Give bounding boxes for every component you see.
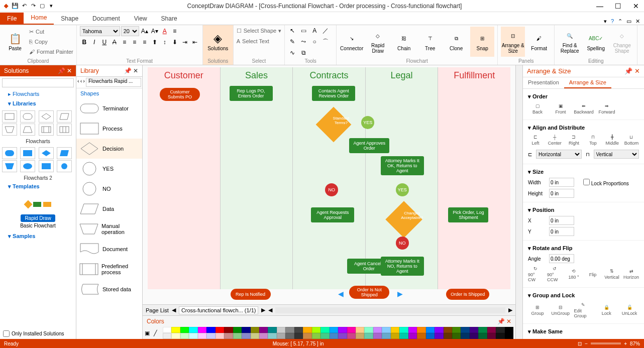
lib-data[interactable]: Data	[76, 199, 142, 219]
shape-rep-notified[interactable]: Rep Is Notified	[231, 289, 271, 300]
scroll-left-icon[interactable]: ◀	[268, 307, 272, 313]
lib-shape[interactable]	[57, 110, 72, 123]
order-backward-button[interactable]: ⬅Backward	[574, 103, 593, 114]
flip-horizon-button[interactable]: ⇄Horizon	[623, 269, 639, 280]
line-spacing-icon[interactable]: ≡	[170, 27, 179, 36]
lib-shape[interactable]	[57, 160, 72, 172]
cut-button[interactable]: ✂ Cut	[29, 27, 73, 36]
lib-shape[interactable]	[20, 124, 35, 136]
tab-file[interactable]: File	[0, 13, 24, 25]
options-icon[interactable]: ▾	[604, 18, 607, 25]
align-left-button[interactable]: ⊏Left	[528, 135, 543, 146]
grow-font-icon[interactable]: A▴	[140, 27, 149, 36]
close-button[interactable]: ✕	[630, 2, 642, 10]
flip-vertical-button[interactable]: ⇅Vertical	[604, 269, 619, 280]
spelling-button[interactable]: ABC✓Spelling	[584, 27, 608, 57]
pin-icon[interactable]: 📌	[124, 67, 132, 74]
indent-icon[interactable]: ⇥	[180, 38, 189, 47]
tab-home[interactable]: Home	[24, 12, 54, 25]
shape-rep-logs[interactable]: Rep Logs PO, Enters Order	[230, 86, 273, 101]
lib-decision[interactable]: Decision	[76, 139, 142, 159]
page-prev-icon[interactable]: ◀	[172, 307, 176, 313]
angle-input[interactable]	[549, 254, 574, 263]
shape-customer-submits[interactable]: Customer Submits PO	[160, 88, 200, 101]
lib-shape[interactable]	[20, 147, 35, 159]
line-icon[interactable]: ╱	[154, 330, 162, 336]
minimize-button[interactable]: —	[594, 2, 606, 10]
valign-bottom-icon[interactable]: ⬇	[170, 38, 179, 47]
strikethrough-icon[interactable]: A	[110, 38, 119, 47]
save-icon[interactable]: 💾	[11, 2, 19, 10]
lib-collapse-icon[interactable]: ‹	[77, 78, 79, 87]
align-right-button[interactable]: ⊐Right	[566, 135, 581, 146]
shape-contacts-agent[interactable]: Contacts Agent Reviews Order	[312, 86, 355, 101]
pin-icon[interactable]: 📌	[58, 67, 65, 74]
tool-bezier-icon[interactable]: ∿	[288, 48, 297, 57]
open-icon[interactable]: ▾	[47, 2, 55, 10]
maximize-button[interactable]: ☐	[612, 2, 624, 10]
italic-icon[interactable]: I	[90, 38, 99, 47]
tool-text-icon[interactable]: A	[310, 26, 319, 35]
zoom-slider[interactable]	[591, 342, 621, 344]
tab-document[interactable]: Document	[85, 13, 127, 25]
shape-yes2[interactable]: YES	[396, 183, 409, 196]
lib-forward-icon[interactable]: ›	[83, 78, 85, 87]
lib-no[interactable]: NO	[76, 179, 142, 199]
lane-customer[interactable]: Customer	[148, 67, 220, 84]
hscrollbar[interactable]	[275, 307, 505, 313]
lane-contracts[interactable]: Contracts	[293, 67, 365, 84]
lib-document[interactable]: Document	[76, 239, 142, 259]
lib-shape[interactable]	[39, 110, 54, 123]
valign-middle-icon[interactable]: ↕	[160, 38, 169, 47]
shape-pick-order[interactable]: Pick Order, Log Shipment	[448, 207, 488, 222]
zoom-in-icon[interactable]: +	[624, 341, 627, 346]
format-painter-button[interactable]: 🖌 Format Painter	[29, 47, 73, 56]
order-forward-button[interactable]: ➡Forward	[597, 103, 616, 114]
tool-pen-icon[interactable]: ✎	[288, 37, 297, 46]
close-panel-icon[interactable]: ✕	[133, 67, 138, 74]
shape-no2[interactable]: NO	[396, 237, 409, 250]
rapid-draw-button[interactable]: ◇Rapid Draw	[366, 27, 390, 57]
lib-manual-operation[interactable]: Manual operation	[76, 219, 142, 239]
lib-process[interactable]: Process	[76, 119, 142, 139]
rotate-ccw90-button[interactable]: ↺90° CCW	[547, 266, 562, 282]
tree-samples[interactable]: ▾ Samples	[0, 231, 76, 241]
page-select[interactable]: Cross-functional flowch... (1/1)	[179, 306, 259, 314]
find-replace-button[interactable]: 🔍Find & Replace	[558, 27, 582, 57]
tab-arrange-size[interactable]: Arrange & Size	[564, 77, 611, 88]
lib-yes[interactable]: YES	[76, 159, 142, 179]
color-row-2[interactable]	[163, 333, 513, 339]
pin-icon[interactable]: 📌	[497, 318, 505, 325]
align-right-icon[interactable]: ≡	[140, 38, 149, 47]
edit-group-button[interactable]: ✎Edit Group	[574, 302, 593, 318]
zoom-out-icon[interactable]: −	[585, 341, 588, 346]
lib-shape[interactable]	[2, 124, 17, 136]
solutions-search-input[interactable]	[2, 78, 74, 87]
chain-button[interactable]: ⛓Chain	[392, 27, 416, 57]
align-center-icon[interactable]: ≡	[130, 38, 139, 47]
new-icon[interactable]: ▢	[38, 2, 46, 10]
tool-pointer-icon[interactable]: ↖	[288, 26, 297, 35]
lib-predefined-process[interactable]: Predefined process	[76, 259, 142, 279]
font-size-select[interactable]: 20	[121, 26, 139, 36]
lib-shape[interactable]	[2, 110, 17, 123]
lib-terminator[interactable]: Terminator	[76, 98, 142, 119]
close-panel-icon[interactable]: ✕	[67, 67, 72, 74]
font-family-select[interactable]: Tahoma	[80, 26, 120, 36]
x-input[interactable]	[549, 216, 574, 225]
redo-icon[interactable]: ↷	[29, 2, 37, 10]
tool-arc-icon[interactable]: ⌒	[321, 37, 330, 46]
tab-shape[interactable]: Shape	[54, 13, 85, 25]
lane-legal[interactable]: Legal	[366, 67, 438, 84]
color-row-1[interactable]	[163, 327, 513, 333]
tool-crop-icon[interactable]: ⧉	[299, 48, 308, 57]
tab-presentation[interactable]: Presentation	[523, 77, 564, 88]
shape-standard-terms[interactable]: Standard Terms?	[319, 110, 348, 139]
lib-shape[interactable]	[39, 147, 54, 159]
lib-shape[interactable]	[39, 160, 54, 172]
template-preview[interactable]: Rapid Draw Basic Flowchart	[3, 194, 73, 228]
shrink-font-icon[interactable]: A▾	[150, 27, 159, 36]
tool-ellipse-icon[interactable]: ○	[310, 37, 319, 46]
lib-shape[interactable]	[20, 110, 35, 123]
canvas-vscrollbar[interactable]	[515, 65, 522, 339]
